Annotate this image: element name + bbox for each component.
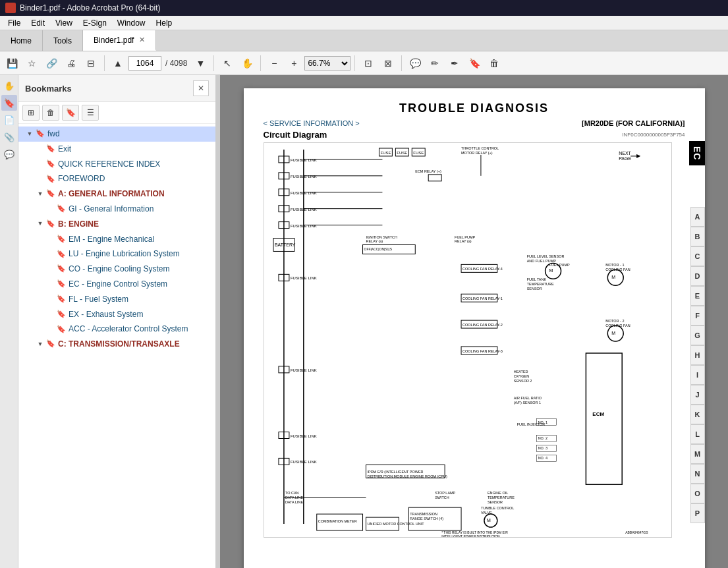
hand-tool[interactable]: ✋ [238,54,256,72]
menu-file[interactable]: File [3,17,26,29]
svg-text:FUSIBLE LINK: FUSIBLE LINK [290,175,316,179]
fit-button[interactable]: ⊡ [359,54,378,72]
fit-width-button[interactable]: ⊠ [379,54,397,72]
svg-text:COOLING FAN: COOLING FAN [605,268,630,271]
menu-esign[interactable]: E-Sign [78,17,112,29]
right-tab-a[interactable]: A [690,207,705,227]
left-icon-attachments[interactable]: 📎 [1,129,17,145]
left-icon-hand[interactable]: ✋ [1,78,17,94]
right-tab-m[interactable]: M [690,444,705,464]
info-code: INF0C0000000005F3F754 [622,132,685,138]
bm-delete-btn[interactable]: 🗑 [42,105,59,121]
delete-button[interactable]: 🗑 [485,54,503,72]
right-tab-c[interactable]: C [690,246,705,266]
svg-text:AIR FUEL RATIO: AIR FUEL RATIO [513,396,541,400]
right-tab-n[interactable]: N [690,464,705,484]
svg-point-55 [607,270,623,285]
bookmark-item-c-trans[interactable]: ▼ 🔖 C: TRANSMISSION/TRANSAXLE [18,337,215,352]
right-tab-k[interactable]: K [690,405,705,424]
right-tab-f[interactable]: F [690,306,705,326]
bookmark-label-exit: Exit [58,144,211,155]
menu-help[interactable]: Help [151,17,178,29]
print-button[interactable]: 🖨 [62,54,80,72]
right-tab-p[interactable]: P [690,503,705,523]
svg-text:RELAY (a): RELAY (a) [366,239,383,243]
menu-window[interactable]: Window [112,17,151,29]
tab-tools[interactable]: Tools [43,30,83,51]
zoom-in-button[interactable]: + [285,54,303,72]
bookmark-label-em: EM - Engine Mechanical [69,234,211,245]
reduce-button[interactable]: ⊟ [82,54,100,72]
left-icon-pages[interactable]: 📄 [1,112,17,128]
page-number-input[interactable] [128,56,161,71]
service-info-link[interactable]: < SERVICE INFORMATION > [264,119,360,127]
pdf-page: EC TROUBLE DIAGNOSIS < SERVICE INFORMATI… [244,88,705,568]
bookmark-item-acc[interactable]: 🔖 ACC - Accelerator Control System [18,322,215,337]
sidebar-close-button[interactable]: ✕ [193,80,209,96]
right-tab-h[interactable]: H [690,345,705,365]
bm-new-btn[interactable]: 🔖 [62,105,79,121]
right-tab-e[interactable]: E [690,286,705,306]
svg-text:SENSOR: SENSOR [487,500,502,504]
left-icon-bookmarks[interactable]: 🔖 [1,95,17,111]
bookmark-item-quick-ref[interactable]: 🔖 QUICK REFERENCE INDEX [18,157,215,172]
right-tab-l[interactable]: L [690,424,705,444]
save-button[interactable]: 💾 [3,54,21,72]
right-tab-j[interactable]: J [690,385,705,405]
bookmark-item-gen-info[interactable]: ▼ 🔖 A: GENERAL INFORMATION [18,186,215,202]
bookmark-item-gi[interactable]: 🔖 GI - General Information [18,202,215,217]
bm-options-btn[interactable]: ☰ [82,105,99,121]
bookmark-item-lu[interactable]: 🔖 LU - Engine Lubrication System [18,246,215,262]
svg-text:RANGE SWITCH (4): RANGE SWITCH (4) [410,517,443,521]
bookmark-item-b-engine[interactable]: ▼ 🔖 B: ENGINE [18,217,215,232]
highlight-button[interactable]: ✏ [426,54,444,72]
bookmark-item-fwd[interactable]: ▼ 🔖 fwd [18,127,215,142]
right-tab-g[interactable]: G [690,326,705,345]
zoom-select[interactable]: 66.7% 50% 75% 100% 125% 150% [304,56,350,71]
sign-button[interactable]: ✒ [445,54,464,72]
bookmark-item-exit[interactable]: 🔖 Exit [18,142,215,157]
cursor-tool[interactable]: ↖ [218,54,237,72]
svg-text:TRANSMISSION: TRANSMISSION [410,512,437,516]
svg-text:FUEL PUMP: FUEL PUMP [455,235,475,239]
svg-text:FUSIBLE LINK: FUSIBLE LINK [290,191,316,195]
prev-page-button[interactable]: ▲ [109,54,127,72]
svg-text:FUSE: FUSE [380,151,391,155]
bm-expand-btn[interactable]: ⊞ [22,105,40,121]
bookmark-item-ec[interactable]: 🔖 EC - Engine Control System [18,277,215,292]
tab-home[interactable]: Home [0,30,43,51]
share-button[interactable]: 🔗 [42,54,61,72]
svg-text:ECM: ECM [592,411,604,417]
comment-button[interactable]: 💬 [406,54,424,72]
tab-binder[interactable]: Binder1.pdf ✕ [83,30,156,51]
svg-text:TEMPERATURE: TEMPERATURE [526,282,553,286]
expand-spacer-foreword [36,173,45,184]
menu-view[interactable]: View [50,17,78,29]
sep5 [401,55,402,71]
stamp-button[interactable]: 🔖 [465,54,484,72]
next-page-button[interactable]: ▼ [191,54,210,72]
right-tab-o[interactable]: O [690,484,705,503]
right-tab-d[interactable]: D [690,266,705,286]
right-tab-b[interactable]: B [690,227,705,246]
svg-text:BATTERY: BATTERY [274,242,295,247]
bm-icon-b-engine: 🔖 [46,219,55,229]
expand-icon-c-trans: ▼ [36,339,45,349]
svg-text:FUSIBLE LINK: FUSIBLE LINK [290,434,316,438]
zoom-out-button[interactable]: − [265,54,283,72]
bookmark-add-button[interactable]: ☆ [22,54,41,72]
menu-bar: File Edit View E-Sign Window Help [0,16,728,30]
bm-icon-lu: 🔖 [57,248,66,259]
svg-text:HEATED: HEATED [513,370,528,374]
bookmark-item-foreword[interactable]: 🔖 FOREWORD [18,171,215,186]
svg-text:RELAY (a): RELAY (a) [455,239,472,243]
bookmark-item-fl[interactable]: 🔖 FL - Fuel System [18,292,215,307]
menu-edit[interactable]: Edit [26,17,50,29]
bookmark-item-em[interactable]: 🔖 EM - Engine Mechanical [18,232,215,247]
right-tab-i[interactable]: I [690,365,705,385]
tab-close-icon[interactable]: ✕ [139,36,145,44]
left-icon-comments[interactable]: 💬 [1,146,17,162]
bookmark-item-ex[interactable]: 🔖 EX - Exhaust System [18,307,215,322]
bookmark-item-co[interactable]: 🔖 CO - Engine Cooling System [18,262,215,277]
svg-text:FUEL TANK: FUEL TANK [526,277,546,281]
